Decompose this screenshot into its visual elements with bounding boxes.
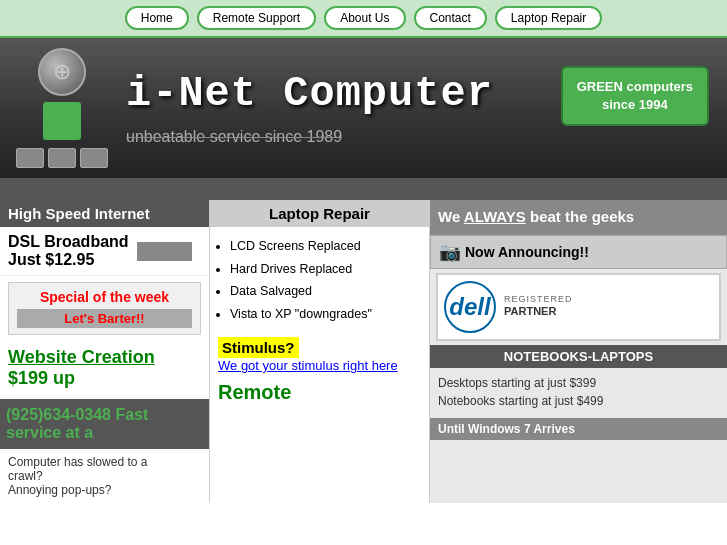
main-content: High Speed Internet DSL Broadband Just $… (0, 200, 727, 503)
dsl-label: DSL Broadband Just $12.95 (8, 233, 129, 269)
desktop-price: Desktops starting at just $399 (438, 374, 719, 392)
notebooks-banner: NOTEBOOKS-LAPTOPS (430, 345, 727, 368)
we-always-box: We ALWAYS beat the geeks (430, 200, 727, 235)
notebook-price: Notebooks starting at just $499 (438, 392, 719, 410)
laptop-repair-header: Laptop Repair (210, 200, 429, 227)
nav-laptop-repair[interactable]: Laptop Repair (495, 6, 602, 30)
list-item: Hard Drives Replaced (230, 258, 423, 281)
list-item: Vista to XP "downgrades" (230, 303, 423, 326)
pricing-box: Desktops starting at just $399 Notebooks… (430, 370, 727, 414)
nav-about-us[interactable]: About Us (324, 6, 405, 30)
remote-link[interactable]: Remote (218, 381, 421, 404)
stimulus-box: Stimulus? We got your stimulus right her… (210, 333, 429, 408)
barter-link[interactable]: Let's Barter!! (17, 309, 192, 328)
crawl-text: Computer has slowed to a crawl? Annoying… (0, 449, 209, 503)
special-title: Special of the week (17, 289, 192, 305)
navigation: Home Remote Support About Us Contact Lap… (0, 0, 727, 38)
header-left-icons: ⊕ (16, 48, 108, 168)
phone-banner: (925)634-0348 Fast service at a (0, 399, 209, 449)
dell-logo: dell (444, 281, 496, 333)
services-list: LCD Screens Replaced Hard Drives Replace… (210, 227, 429, 333)
green-computers-badge: GREEN computers since 1994 (561, 66, 709, 126)
nav-contact[interactable]: Contact (414, 6, 487, 30)
list-item: Data Salvaged (230, 280, 423, 303)
until-windows-banner: Until Windows 7 Arrives (430, 418, 727, 440)
left-column: High Speed Internet DSL Broadband Just $… (0, 200, 210, 503)
small-box-2 (48, 148, 76, 168)
list-item: LCD Screens Replaced (230, 235, 423, 258)
dsl-box: DSL Broadband Just $12.95 (0, 227, 209, 276)
dsl-price-input[interactable] (137, 242, 192, 261)
dell-partner-box: dell REGISTERED PARTNER (436, 273, 721, 341)
small-box-1 (16, 148, 44, 168)
crawl-line1: Computer has slowed to a (8, 455, 147, 469)
small-box-3 (80, 148, 108, 168)
crawl-line3: Annoying pop-ups? (8, 483, 111, 497)
partner-text-block: REGISTERED PARTNER (504, 294, 573, 318)
green-badge-line2: since 1994 (602, 97, 668, 112)
right-column: We ALWAYS beat the geeks 📷 Now Announcin… (430, 200, 727, 503)
nav-home[interactable]: Home (125, 6, 189, 30)
middle-column: Laptop Repair LCD Screens Replaced Hard … (210, 200, 430, 503)
site-subtitle: unbeatable service since 1989 (126, 128, 711, 146)
we-text: We (438, 208, 464, 225)
stimulus-link[interactable]: We got your stimulus right here (218, 358, 398, 373)
announcing-label: Now Announcing!! (465, 244, 589, 260)
dsl-label-text: DSL Broadband (8, 233, 129, 250)
registered-text: REGISTERED (504, 294, 573, 304)
site-header: ⊕ i-Net Computer unbeatable service sinc… (0, 38, 727, 178)
crawl-line2: crawl? (8, 469, 43, 483)
high-speed-header: High Speed Internet (0, 200, 209, 227)
always-text: ALWAYS (464, 208, 526, 225)
announcing-box: 📷 Now Announcing!! (430, 235, 727, 269)
dark-banner (0, 178, 727, 200)
globe-icon: ⊕ (38, 48, 86, 96)
dsl-price: Just $12.95 (8, 251, 94, 268)
stimulus-label: Stimulus? (218, 337, 299, 358)
website-creation-section: Website Creation $199 up (0, 341, 209, 395)
camera-icon: 📷 (439, 241, 461, 263)
small-boxes (16, 148, 108, 168)
partner-text: PARTNER (504, 304, 573, 318)
website-price: $199 up (8, 368, 75, 388)
special-of-week-box: Special of the week Let's Barter!! (8, 282, 201, 335)
green-square-icon (43, 102, 81, 140)
beat-geeks-text: beat the geeks (526, 208, 634, 225)
website-creation-link[interactable]: Website Creation (8, 347, 201, 368)
green-badge-line1: GREEN computers (577, 79, 693, 94)
nav-remote-support[interactable]: Remote Support (197, 6, 316, 30)
